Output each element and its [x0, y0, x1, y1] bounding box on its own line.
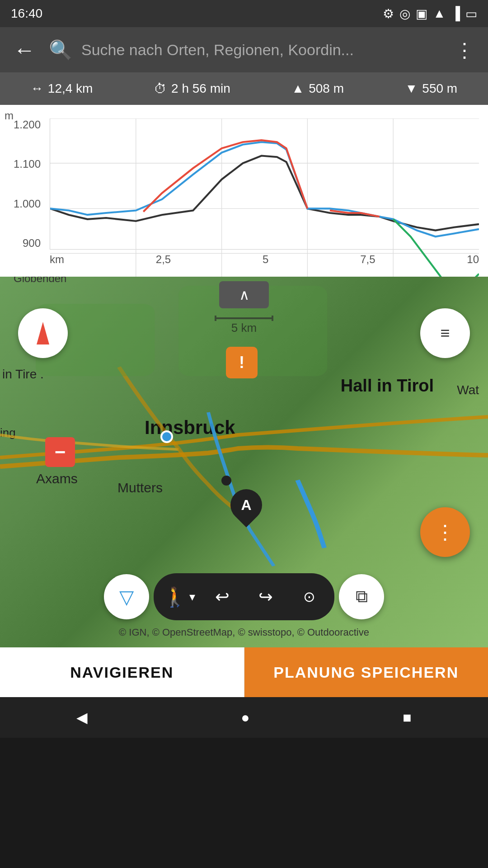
ascent-icon: ▲ [291, 81, 304, 96]
fab-more-icon: ⋮ [435, 522, 455, 542]
time-icon: ⏱ [154, 81, 167, 96]
redo-icon: ↪ [258, 587, 273, 607]
drawing-toolbar: 🚶 ▾ ↩ ↪ ⊙ [154, 573, 334, 620]
snap-icon: ⊙ [303, 588, 315, 605]
gps-button[interactable]: ▽ [104, 574, 149, 619]
waypoint-label: A [241, 497, 251, 514]
map-list-button[interactable]: ≡ [420, 308, 470, 358]
navigate-button[interactable]: NAVIGIEREN [0, 647, 244, 697]
ascent-value: 508 m [309, 81, 344, 96]
sim-icon: ▣ [416, 6, 427, 21]
android-back-button[interactable]: ◀ [58, 702, 106, 733]
android-recent-button[interactable]: ■ [385, 702, 429, 733]
list-icon: ≡ [440, 324, 450, 343]
route-dot [221, 476, 231, 486]
android-home-button[interactable]: ● [223, 702, 267, 733]
signal-icon: ▐ [451, 6, 460, 21]
undo-icon: ↩ [215, 587, 230, 607]
y-label-900: 900 [5, 237, 41, 250]
distance-icon: ↔ [31, 81, 43, 96]
walk-mode-button[interactable]: 🚶 ▾ [159, 577, 199, 617]
map-toolbar: ▽ 🚶 ▾ ↩ ↪ ⊙ ⧉ [104, 573, 384, 620]
status-time: 16:40 [11, 6, 42, 21]
mutters-label: Mutters [117, 480, 163, 495]
descent-icon: ▼ [405, 81, 418, 96]
fab-more-button[interactable]: ⋮ [420, 507, 470, 557]
bottom-action-buttons: NAVIGIEREN PLANUNG SPEICHERN [0, 647, 488, 697]
search-icon: 🔍 [49, 39, 72, 61]
search-input[interactable]: Suche nach Orten, Regionen, Koordin... [81, 41, 441, 59]
stats-bar: ↔ 12,4 km ⏱ 2 h 56 min ▲ 508 m ▼ 550 m [0, 72, 488, 105]
hall-tirol-label: Hall in Tirol [341, 376, 434, 396]
battery-icon: ▭ [465, 6, 477, 21]
y-label-1100: 1.100 [5, 158, 41, 170]
location-dot [160, 430, 173, 443]
distance-stat: ↔ 12,4 km [31, 81, 93, 96]
scale-label: 5 km [231, 321, 257, 335]
descent-value: 550 m [422, 81, 457, 96]
descent-stat: ▼ 550 m [405, 81, 458, 96]
status-bar: 16:40 ⚙ ◎ ▣ ▲ ▐ ▭ [0, 0, 488, 27]
back-button[interactable]: ← [9, 33, 40, 67]
more-options-button[interactable]: ⋮ [450, 34, 479, 66]
gps-icon: ▽ [119, 586, 134, 608]
map-scale: 5 km [215, 317, 273, 335]
y-label-1000: 1.000 [5, 198, 41, 210]
axams-label: Axams [36, 471, 78, 486]
save-planning-button[interactable]: PLANUNG SPEICHERN [244, 647, 488, 697]
ascent-stat: ▲ 508 m [291, 81, 344, 96]
map-view[interactable]: ∧ ≡ ! Hall in Tirol Innsbruck Axams Mutt… [0, 277, 488, 647]
chart-plot[interactable] [50, 118, 479, 250]
compass-needle [37, 322, 49, 344]
status-icons: ⚙ ◎ ▣ ▲ ▐ ▭ [383, 6, 477, 21]
warning-badge[interactable]: ! [226, 347, 258, 378]
layers-icon: ⧉ [356, 587, 368, 607]
time-value: 2 h 56 min [171, 81, 230, 96]
y-label-1200: 1.200 [5, 118, 41, 131]
eye-icon: ◎ [399, 6, 410, 21]
scale-bar [215, 317, 273, 319]
distance-value: 12,4 km [48, 81, 93, 96]
snap-button[interactable]: ⊙ [289, 577, 329, 617]
layers-button[interactable]: ⧉ [339, 574, 384, 619]
remove-waypoint-button[interactable]: − [45, 437, 75, 467]
search-bar: ← 🔍 Suche nach Orten, Regionen, Koordin.… [0, 27, 488, 72]
copyright-text: © IGN, © OpenStreetMap, © swisstopo, © O… [0, 627, 488, 638]
time-stat: ⏱ 2 h 56 min [154, 81, 230, 96]
collapse-chart-button[interactable]: ∧ [219, 281, 269, 308]
redo-button[interactable]: ↪ [246, 577, 286, 617]
warning-icon: ! [239, 353, 244, 372]
walk-icon: 🚶 [163, 586, 187, 608]
globenden-label: Globenden [14, 277, 66, 285]
innsbruck-label: Innsbruck [145, 417, 235, 439]
in-tirol-label: in Tire . [2, 367, 44, 382]
elevation-chart[interactable]: m 1.200 1.100 1.000 900 [0, 105, 488, 277]
minus-icon: − [55, 441, 66, 463]
chart-y-axis: 1.200 1.100 1.000 900 [5, 118, 41, 250]
compass-button[interactable] [18, 308, 68, 358]
wifi-icon: ▲ [433, 6, 446, 21]
ing-label: ing [0, 426, 16, 440]
walk-dropdown-icon: ▾ [189, 590, 195, 604]
wat-label: Wat [457, 383, 479, 397]
undo-button[interactable]: ↩ [202, 577, 242, 617]
android-nav-bar: ◀ ● ■ [0, 697, 488, 738]
settings-icon: ⚙ [383, 6, 394, 21]
